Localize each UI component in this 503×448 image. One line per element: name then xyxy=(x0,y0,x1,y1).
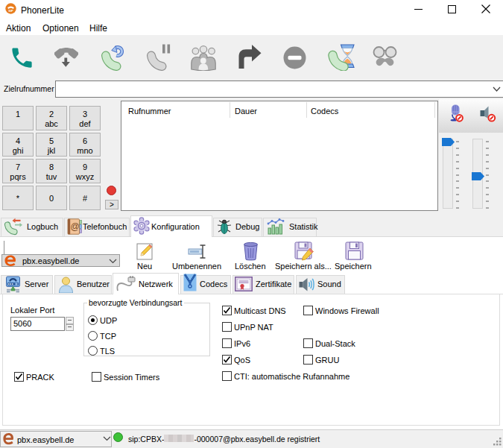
svg-text:SIP: SIP xyxy=(8,9,13,13)
svg-text:@: @ xyxy=(70,221,79,232)
